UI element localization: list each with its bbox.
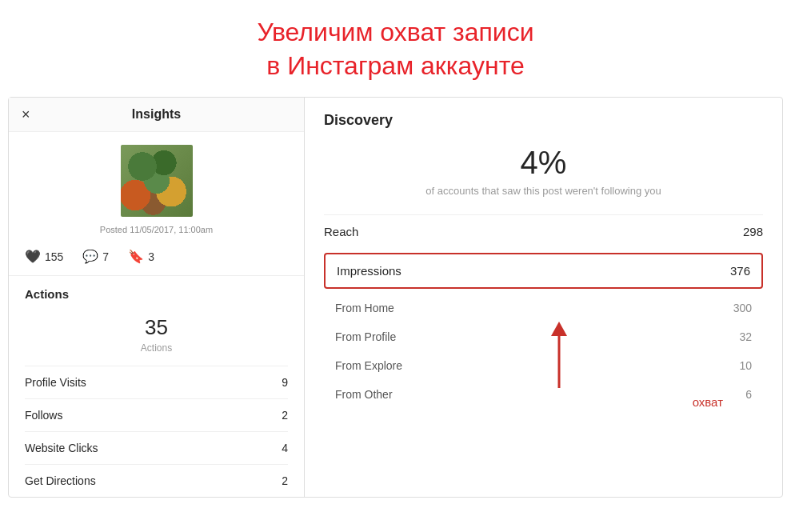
metric-profile-visits: Profile Visits 9 <box>25 366 288 398</box>
actions-number: 35 <box>25 315 288 340</box>
sub-metric-from-home: From Home 300 <box>324 294 763 322</box>
sub-metric-label-from-home: From Home <box>335 302 394 314</box>
actions-label: Actions <box>25 287 288 301</box>
post-image-container <box>9 132 304 220</box>
insights-title: Insights <box>132 107 181 122</box>
metric-label-get-directions: Get Directions <box>25 474 96 487</box>
discovery-title: Discovery <box>324 112 763 129</box>
impressions-value: 376 <box>730 264 750 278</box>
sub-metric-label-from-other: From Other <box>335 388 393 401</box>
actions-count-container: 35 Actions <box>25 309 288 366</box>
left-panel: × Insights Posted 11/05/2017, 11:00am 🖤 … <box>9 98 305 497</box>
right-panel: Discovery 4% of accounts that saw this p… <box>305 98 782 497</box>
bookmarks-stat: 🔖 3 <box>128 249 154 264</box>
page-wrapper: Увеличим охват записи в Инстаграм аккаун… <box>0 0 791 532</box>
metrics-list: Profile Visits 9 Follows 2 Website Click… <box>9 366 304 497</box>
heart-icon: 🖤 <box>25 249 41 264</box>
sub-metric-value-from-explore: 10 <box>739 359 752 372</box>
bookmarks-value: 3 <box>148 250 154 263</box>
actions-section: Actions 35 Actions <box>9 276 304 366</box>
sub-metric-value-from-profile: 32 <box>739 330 752 343</box>
insights-header: × Insights <box>9 98 304 132</box>
impressions-box: Impressions 376 <box>324 253 763 289</box>
comment-icon: 💬 <box>82 249 98 264</box>
metric-label-profile-visits: Profile Visits <box>25 376 86 389</box>
percentage-display: 4% of accounts that saw this post weren'… <box>324 145 763 198</box>
metric-value-website-clicks: 4 <box>282 442 288 454</box>
actions-sublabel: Actions <box>141 342 172 354</box>
sub-metric-from-other: From Other охват 6 <box>324 380 763 409</box>
close-button[interactable]: × <box>22 106 30 123</box>
reach-value: 298 <box>743 225 763 238</box>
percentage-desc: of accounts that saw this post weren't f… <box>324 184 763 198</box>
page-title: Увеличим охват записи в Инстаграм аккаун… <box>8 8 783 97</box>
sub-metric-label-from-explore: From Explore <box>335 359 402 372</box>
post-image <box>121 145 193 217</box>
sub-metric-value-from-other: 6 <box>745 388 752 401</box>
metric-follows: Follows 2 <box>25 398 288 431</box>
metric-value-follows: 2 <box>282 409 288 422</box>
percentage-number: 4% <box>324 145 763 181</box>
metric-value-profile-visits: 9 <box>282 376 288 389</box>
metric-get-directions: Get Directions 2 <box>25 464 288 497</box>
likes-stat: 🖤 155 <box>25 249 63 264</box>
metric-value-get-directions: 2 <box>282 474 288 487</box>
post-image-inner <box>121 145 193 217</box>
sub-metric-value-from-home: 300 <box>733 302 752 314</box>
likes-value: 155 <box>45 250 63 263</box>
main-content: × Insights Posted 11/05/2017, 11:00am 🖤 … <box>8 97 783 498</box>
metric-label-follows: Follows <box>25 409 62 422</box>
comments-value: 7 <box>102 250 109 263</box>
post-stats: 🖤 155 💬 7 🔖 3 <box>9 242 304 275</box>
reach-row: Reach 298 <box>324 214 763 248</box>
post-date: Posted 11/05/2017, 11:00am <box>9 220 304 242</box>
metric-website-clicks: Website Clicks 4 <box>25 431 288 464</box>
reach-label: Reach <box>324 225 358 238</box>
svg-marker-1 <box>551 322 567 336</box>
oxват-label: охват <box>693 395 723 409</box>
sub-metrics: From Home 300 From Profile 32 From Explo… <box>324 294 763 409</box>
bookmark-icon: 🔖 <box>128 249 144 264</box>
metric-label-website-clicks: Website Clicks <box>25 442 98 454</box>
arrow-annotation-svg <box>535 320 583 392</box>
sub-metric-label-from-profile: From Profile <box>335 330 396 343</box>
impressions-label: Impressions <box>337 264 401 278</box>
comments-stat: 💬 7 <box>82 249 109 264</box>
